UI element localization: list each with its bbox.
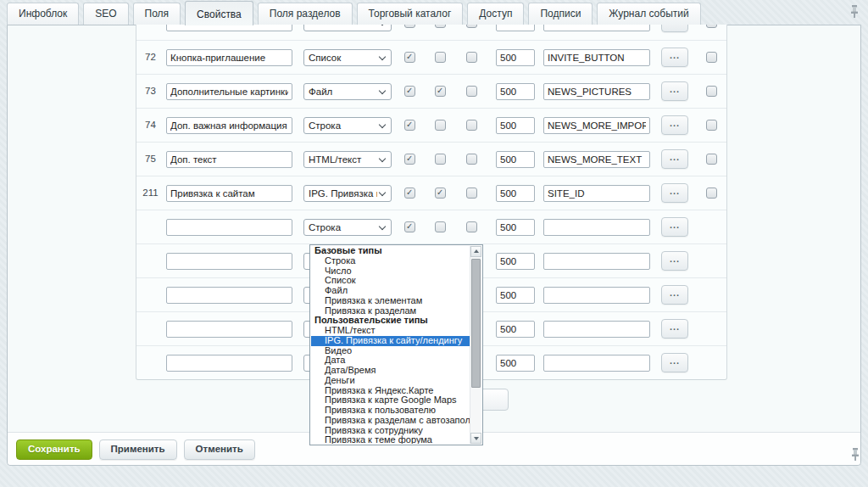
active-checkbox[interactable]: [404, 221, 415, 232]
code-input[interactable]: [543, 219, 650, 236]
active-checkbox[interactable]: [404, 86, 415, 97]
pin-icon[interactable]: [849, 4, 860, 19]
tab-item[interactable]: Журнал событий: [597, 3, 700, 25]
save-button[interactable]: Сохранить: [16, 439, 92, 460]
dropdown-option[interactable]: Привязка к карте Google Maps: [311, 395, 470, 406]
multiple-checkbox[interactable]: [435, 154, 446, 165]
property-type-select[interactable]: [303, 25, 392, 31]
dropdown-option[interactable]: Дата/Время: [311, 366, 470, 376]
scroll-down-button[interactable]: [470, 433, 481, 444]
property-name-input[interactable]: [166, 49, 292, 66]
property-settings-button[interactable]: ...: [661, 285, 688, 305]
multiple-checkbox[interactable]: [435, 86, 446, 97]
active-checkbox[interactable]: [404, 25, 415, 28]
property-type-select[interactable]: Строка: [303, 219, 392, 236]
property-settings-button[interactable]: ...: [661, 81, 688, 101]
property-type-select[interactable]: Файл: [303, 83, 392, 100]
dropdown-option[interactable]: Привязка к Яндекс.Карте: [311, 386, 470, 396]
sort-input[interactable]: [496, 253, 535, 270]
sort-input[interactable]: [496, 151, 535, 168]
property-name-input[interactable]: [166, 287, 292, 304]
delete-checkbox[interactable]: [706, 52, 717, 63]
scroll-thumb[interactable]: [471, 259, 481, 388]
active-checkbox[interactable]: [404, 120, 415, 131]
required-checkbox[interactable]: [466, 221, 477, 232]
property-name-input[interactable]: [166, 355, 292, 372]
property-settings-button[interactable]: ...: [661, 183, 688, 203]
property-type-select[interactable]: Список: [303, 49, 392, 66]
sort-input[interactable]: [496, 117, 535, 134]
code-input[interactable]: [543, 321, 650, 338]
property-name-input[interactable]: [166, 253, 292, 270]
property-settings-button[interactable]: ...: [661, 217, 688, 237]
property-name-input[interactable]: [166, 83, 292, 100]
property-settings-button[interactable]: ...: [661, 251, 688, 271]
dropdown-option[interactable]: IPG. Привязка к сайту/лендингу: [311, 336, 470, 346]
property-settings-button[interactable]: ...: [661, 353, 688, 372]
required-checkbox[interactable]: [466, 86, 477, 97]
property-name-input[interactable]: [166, 321, 292, 338]
dropdown-option[interactable]: Привязка к элементам: [311, 296, 470, 306]
dropdown-option[interactable]: Число: [311, 266, 470, 277]
tab-item[interactable]: Торговый каталог: [357, 3, 464, 25]
dropdown-option[interactable]: Привязка к разделам: [311, 306, 470, 316]
sort-input[interactable]: [496, 321, 535, 338]
dropdown-option[interactable]: Дата: [311, 355, 470, 366]
property-name-input[interactable]: [166, 151, 292, 168]
tab-item[interactable]: Поля разделов: [258, 3, 353, 25]
required-checkbox[interactable]: [466, 52, 477, 63]
required-checkbox[interactable]: [466, 188, 477, 199]
property-type-select[interactable]: Строка: [303, 117, 392, 134]
active-checkbox[interactable]: [404, 154, 415, 165]
sort-input[interactable]: [496, 185, 535, 202]
sort-input[interactable]: [496, 83, 535, 100]
multiple-checkbox[interactable]: [435, 52, 446, 63]
property-settings-button[interactable]: ...: [661, 319, 688, 339]
property-settings-button[interactable]: ...: [661, 48, 688, 67]
active-checkbox[interactable]: [404, 188, 415, 199]
dropdown-option[interactable]: Привязка к теме форума: [311, 435, 470, 444]
property-settings-button[interactable]: ...: [661, 25, 688, 32]
dropdown-option[interactable]: Привязка к пользователю: [311, 406, 470, 416]
code-input[interactable]: [543, 25, 650, 31]
code-input[interactable]: [543, 355, 650, 372]
property-name-input[interactable]: [166, 185, 292, 202]
dropdown-option[interactable]: Список: [311, 276, 470, 286]
code-input[interactable]: [543, 287, 650, 304]
dropdown-option[interactable]: Строка: [311, 256, 470, 266]
property-name-input[interactable]: [166, 117, 292, 134]
property-name-input[interactable]: [166, 219, 292, 236]
code-input[interactable]: [543, 151, 650, 168]
required-checkbox[interactable]: [466, 120, 477, 131]
active-checkbox[interactable]: [404, 52, 415, 63]
dropdown-option[interactable]: Деньги: [311, 376, 470, 386]
property-type-select[interactable]: IPG. Привязка к сай: [303, 185, 392, 202]
sort-input[interactable]: [496, 25, 535, 31]
dropdown-option[interactable]: Привязка к разделам с автозаполнением: [311, 416, 470, 426]
property-settings-button[interactable]: ...: [661, 115, 688, 135]
property-type-select[interactable]: HTML/текст: [303, 151, 392, 168]
property-name-input[interactable]: [166, 25, 292, 31]
multiple-checkbox[interactable]: [435, 25, 446, 28]
code-input[interactable]: [543, 253, 650, 270]
sort-input[interactable]: [496, 49, 535, 66]
delete-checkbox[interactable]: [706, 120, 717, 131]
tab-item[interactable]: Поля: [133, 3, 181, 25]
pin-icon[interactable]: [850, 447, 860, 462]
cancel-button[interactable]: Отменить: [184, 439, 255, 460]
code-input[interactable]: [543, 49, 650, 66]
dropdown-option[interactable]: HTML/текст: [311, 326, 470, 336]
multiple-checkbox[interactable]: [435, 221, 446, 232]
sort-input[interactable]: [496, 355, 535, 372]
apply-button[interactable]: Применить: [99, 439, 177, 460]
delete-checkbox[interactable]: [706, 188, 717, 199]
multiple-checkbox[interactable]: [435, 120, 446, 131]
code-input[interactable]: [543, 117, 650, 134]
tab-item[interactable]: Инфоблок: [7, 3, 79, 25]
dropdown-option[interactable]: Привязка к сотруднику: [311, 426, 470, 436]
sort-input[interactable]: [496, 287, 535, 304]
sort-input[interactable]: [496, 219, 535, 236]
multiple-checkbox[interactable]: [435, 188, 446, 199]
dropdown-scrollbar[interactable]: [470, 246, 481, 444]
scroll-up-button[interactable]: [470, 246, 481, 257]
